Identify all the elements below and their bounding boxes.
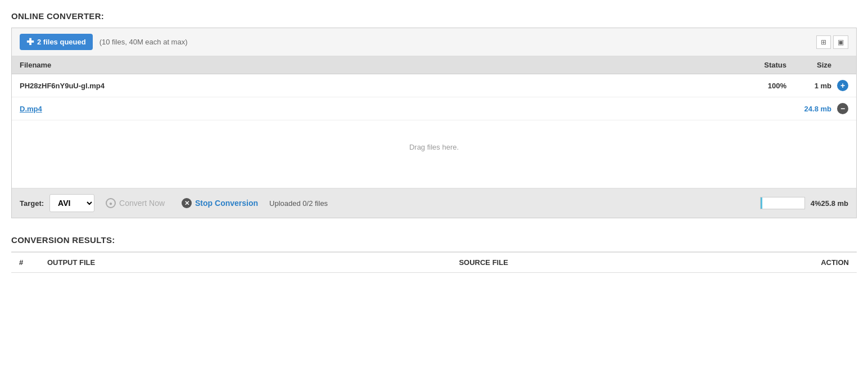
progress-percent: 4% [811,199,821,208]
add-files-button[interactable]: ✚ 2 files queued [20,34,93,50]
bottom-bar: Target: AVI MP4 MOV MKV WMV FLV ● Conver… [12,188,856,218]
stop-conversion-label: Stop Conversion [195,199,258,208]
convert-now-button[interactable]: ● Convert Now [100,195,170,212]
file-name-1: PH28zHF6nY9uU-gl.mp4 [20,82,742,90]
file-action-2: − [831,103,848,114]
add-files-label: 2 files queued [37,38,86,46]
file-action-1: + [831,80,848,91]
top-bar: ✚ 2 files queued (10 files, 40M each at … [12,28,856,56]
file-size-1: 1 mb [786,82,831,90]
page-title: ONLINE CONVERTER: [11,11,857,21]
stop-icon: ✕ [182,198,192,208]
target-format-select[interactable]: AVI MP4 MOV MKV WMV FLV [49,194,94,212]
grid-icon: ⊞ [821,38,826,46]
table-row: D.mp4 24.8 mb − [12,97,856,120]
grid-view-button[interactable]: ⊞ [816,35,831,49]
top-bar-right: ⊞ ▣ [816,35,848,49]
progress-size: 25.8 mb [821,199,848,208]
col-status-header: Status [742,61,786,69]
col-source-header: SOURCE FILE [451,252,789,273]
results-table-header: # OUTPUT FILE SOURCE FILE ACTION [11,252,857,273]
progress-bar-fill [761,197,762,209]
image-view-button[interactable]: ▣ [833,35,848,49]
progress-text: 4%25.8 mb [811,199,848,208]
drop-zone[interactable]: Drag files here. [12,120,856,188]
results-section: CONVERSION RESULTS: # OUTPUT FILE SOURCE… [11,235,857,273]
file-add-icon-1[interactable]: + [837,80,848,91]
table-row: PH28zHF6nY9uU-gl.mp4 100% 1 mb + [12,74,856,97]
file-remove-icon-2[interactable]: − [837,103,848,114]
convert-now-label: Convert Now [119,199,165,208]
files-info: (10 files, 40M each at max) [100,38,188,46]
upload-status: Uploaded 0/2 files [269,199,328,208]
target-label: Target: [20,199,44,208]
col-number-header: # [11,252,39,273]
progress-bar [760,197,805,209]
convert-icon: ● [106,198,116,208]
results-title: CONVERSION RESULTS: [11,235,857,245]
col-size-header: Size [786,61,831,69]
file-table-header: Filename Status Size [12,56,856,74]
file-name-2[interactable]: D.mp4 [20,105,742,113]
results-table: # OUTPUT FILE SOURCE FILE ACTION [11,251,857,273]
file-status-1: 100% [742,82,786,90]
file-size-2: 24.8 mb [786,105,831,113]
col-filename-header: Filename [20,61,742,69]
stop-conversion-button[interactable]: ✕ Stop Conversion [176,195,264,212]
converter-box: ✚ 2 files queued (10 files, 40M each at … [11,28,857,218]
drop-zone-text: Drag files here. [409,143,459,151]
col-output-header: OUTPUT FILE [39,252,451,273]
top-bar-left: ✚ 2 files queued (10 files, 40M each at … [20,34,188,50]
image-icon: ▣ [838,38,844,46]
plus-icon: ✚ [26,37,34,47]
col-action-header: ACTION [789,252,857,273]
